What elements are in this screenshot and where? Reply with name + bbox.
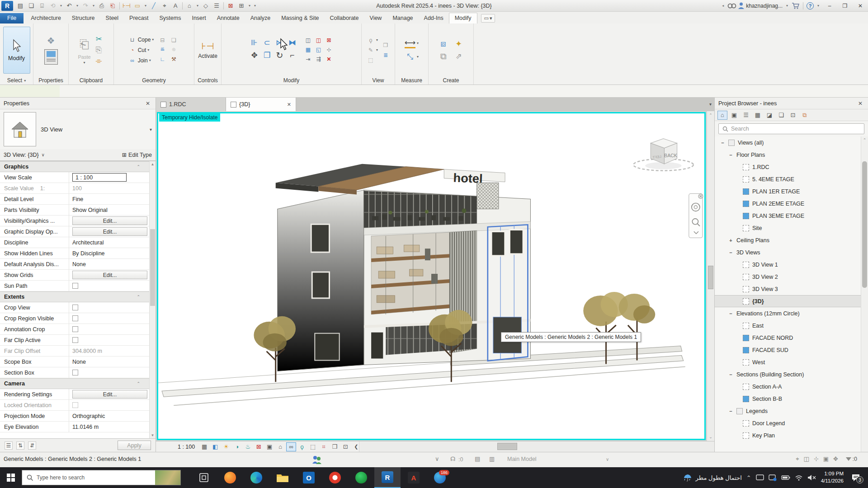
cope-button[interactable]: ⊔Cope▾ xyxy=(128,36,154,43)
app-firefox[interactable] xyxy=(217,467,243,488)
sheet-icon[interactable]: ❏ xyxy=(776,111,786,120)
paintbrush-icon[interactable]: ✎ xyxy=(367,47,375,54)
save-icon[interactable]: ⌻ xyxy=(37,1,47,11)
close-tab-icon[interactable]: ✕ xyxy=(287,102,291,108)
collapse-toggle[interactable]: − xyxy=(728,311,733,316)
create-assembly-icon[interactable]: ⧉ xyxy=(438,52,449,61)
user-dropdown-icon[interactable]: ▾ xyxy=(784,1,790,11)
help-dropdown-icon[interactable]: ▾ xyxy=(816,1,821,11)
sync-icon[interactable]: ⟲ xyxy=(47,1,58,11)
align-icon[interactable]: ⊪ xyxy=(249,38,260,48)
measure-between-refs-icon[interactable]: ⟷ xyxy=(405,38,415,48)
properties-scrollbar[interactable]: ▲ ▼ xyxy=(149,161,156,438)
mirror-pick-axis-icon[interactable]: ⋈ xyxy=(274,38,285,48)
tree-item-view-current[interactable]: {3D} xyxy=(715,295,861,307)
file-tabs-icon[interactable]: ▤ xyxy=(15,1,26,11)
user-account[interactable]: khaznadjinag... ▾ xyxy=(738,1,790,11)
tab-architecture[interactable]: Architecture xyxy=(25,13,66,23)
wall-joins-icon[interactable]: ⊟ xyxy=(158,37,166,44)
building-model[interactable]: hotel xyxy=(276,164,531,371)
collapse-icon[interactable]: ⌃ xyxy=(137,295,140,299)
viewport-vertical-scrollbar[interactable]: ⌃ ⌄ xyxy=(707,111,714,441)
revit-logo[interactable]: R xyxy=(1,1,13,11)
close-hidden-windows-icon[interactable]: ⊠ xyxy=(225,1,236,11)
tree-item-view[interactable]: PLAN 1ER ETAGE xyxy=(715,185,861,197)
tree-item-view[interactable]: 3D View 3 xyxy=(715,283,861,295)
collapse-toggle[interactable]: − xyxy=(728,372,733,377)
status-chevron-icon[interactable]: ∨ xyxy=(435,455,439,462)
sort-ascending-icon[interactable]: ⇅ xyxy=(16,441,24,450)
design-option-select[interactable]: Main Model xyxy=(507,456,602,462)
beam-joins-icon[interactable]: ❏ xyxy=(170,37,178,44)
hide-elements-icon[interactable]: ⌂ xyxy=(275,442,285,451)
temporary-view-properties-icon[interactable]: ⊡ xyxy=(340,442,350,451)
measure-along-icon[interactable]: ⤡ xyxy=(405,52,415,62)
trim-extend-single-icon[interactable]: ⇥ xyxy=(304,56,312,63)
tab-structure[interactable]: Structure xyxy=(66,13,100,23)
app-outlook[interactable]: O xyxy=(296,467,322,488)
section-graphics[interactable]: Graphics⌃ xyxy=(0,161,149,172)
annotation-crop-checkbox[interactable] xyxy=(72,326,78,332)
tab-file[interactable]: File xyxy=(0,13,24,23)
unjoin-icon[interactable]: ⌾ xyxy=(170,46,178,53)
linework-icon[interactable]: ≣ xyxy=(382,52,390,59)
sync-dropdown-icon[interactable]: ▾ xyxy=(58,1,64,11)
properties-palette-icon[interactable] xyxy=(44,49,58,65)
view-cube[interactable]: BACK LEFT xyxy=(633,139,693,171)
prop-row[interactable]: Graphic Display Op...Edit... xyxy=(0,226,149,237)
tree-item-view[interactable]: 5. 4EME ETAGE xyxy=(715,173,861,185)
prop-row[interactable]: Sun Path xyxy=(0,281,149,291)
group-icon[interactable]: ⊡ xyxy=(788,111,798,120)
revit-link-icon[interactable]: ⧉ xyxy=(800,111,810,120)
browser-scrollbar[interactable]: ⌃ xyxy=(861,136,868,452)
temporary-hide-isolate-icon[interactable]: ∞ xyxy=(286,442,296,451)
tab-insert[interactable]: Insert xyxy=(186,13,211,23)
prop-row[interactable]: Scope BoxNone xyxy=(0,357,149,367)
split-with-gap-icon[interactable]: ◫ xyxy=(315,37,323,44)
views-filter-icon[interactable]: ▣ xyxy=(729,111,739,120)
view-tab-3d[interactable]: {3D} ✕ xyxy=(226,98,296,111)
teams-status-icon[interactable] xyxy=(769,474,777,481)
trim-extend-multiple-icon[interactable]: ⇶ xyxy=(315,56,323,63)
tab-analyze[interactable]: Analyze xyxy=(245,13,276,23)
scale-icon[interactable]: ◱ xyxy=(315,46,323,53)
panel-label-modify[interactable]: Modify xyxy=(222,76,361,84)
cut-geometry-button[interactable]: ◔Cut▾ xyxy=(128,47,154,54)
thin-lines-icon[interactable]: ☰ xyxy=(211,1,222,11)
analytical-model-icon[interactable]: ⌗ xyxy=(319,442,329,451)
trim-extend-corner-icon[interactable]: ⌐ xyxy=(287,51,298,61)
collapse-toggle[interactable]: − xyxy=(728,408,733,414)
crop-region-visible-checkbox[interactable] xyxy=(72,315,78,321)
undo-icon[interactable]: ↶ xyxy=(64,1,75,11)
volume-muted-icon[interactable] xyxy=(807,474,816,481)
displace-elements-icon[interactable]: ❒ xyxy=(382,42,390,49)
crop-view-checkbox[interactable] xyxy=(72,305,78,310)
prop-row[interactable]: Crop View xyxy=(0,302,149,313)
panel-label-properties[interactable]: Properties xyxy=(33,76,68,84)
drawing-area[interactable]: hotel xyxy=(156,111,707,441)
array-icon[interactable]: ▦ xyxy=(304,46,312,53)
tree-node-elevations[interactable]: −Elevations (12mm Circle) xyxy=(715,307,861,319)
app-adobe[interactable]: A xyxy=(401,467,427,488)
lattice-panel[interactable] xyxy=(477,183,499,209)
tree-item-legend[interactable]: Key Plan xyxy=(715,429,861,441)
scrollbar-thumb[interactable] xyxy=(150,229,155,306)
tag-icon[interactable]: ⌖ xyxy=(159,1,170,11)
copy-to-clipboard-icon[interactable]: ⎘ xyxy=(94,45,104,55)
select-pinned-icon[interactable]: ⊹ xyxy=(814,455,819,463)
hide-box-icon[interactable]: ⬚ xyxy=(367,56,375,64)
battery-icon[interactable] xyxy=(781,475,790,480)
select-underlay-icon[interactable]: ◫ xyxy=(804,455,809,463)
create-parts-icon[interactable]: ⧈ xyxy=(438,39,449,49)
start-button[interactable] xyxy=(0,467,22,488)
crop-view-off-icon[interactable]: ⊠ xyxy=(254,442,264,451)
measure-dropdown-icon[interactable]: ▾ xyxy=(143,1,148,11)
viewport-horizontal-scrollbar[interactable] xyxy=(359,441,714,452)
schedules-icon[interactable]: ☰ xyxy=(741,111,751,120)
tray-expand-icon[interactable]: ⌃ xyxy=(746,474,751,481)
scroll-up-icon[interactable]: ▲ xyxy=(150,162,156,166)
tree-node-ceiling-plans[interactable]: +Ceiling Plans xyxy=(715,234,861,246)
scroll-down-icon[interactable]: ⌄ xyxy=(707,435,714,439)
navigation-bar[interactable] xyxy=(689,194,703,238)
sun-settings-icon[interactable]: ☀ xyxy=(221,442,231,451)
